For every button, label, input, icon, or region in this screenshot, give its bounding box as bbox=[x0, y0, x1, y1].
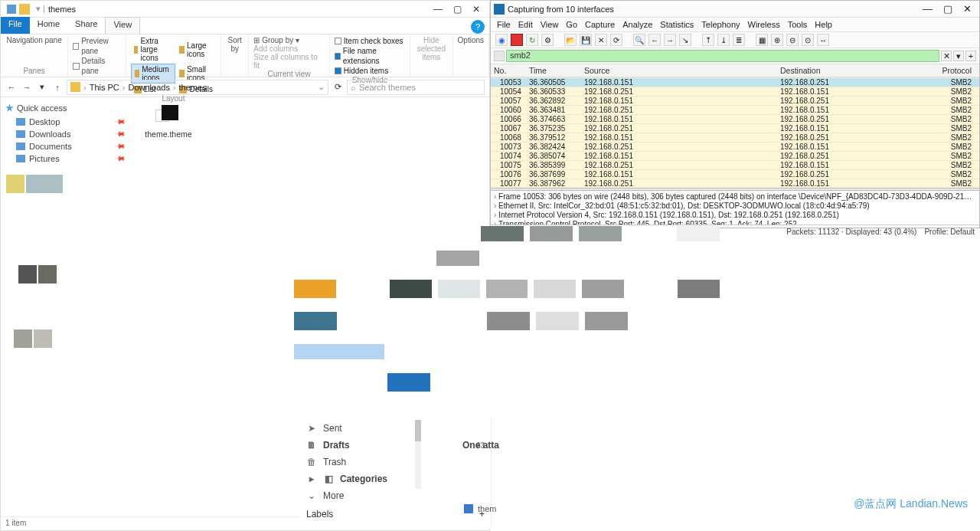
maximize-button[interactable]: ▢ bbox=[943, 3, 952, 15]
menu-analyze[interactable]: Analyze bbox=[622, 20, 652, 29]
open-icon[interactable]: 📂 bbox=[564, 34, 577, 46]
chevron-down-icon[interactable]: ⌄ bbox=[318, 82, 325, 92]
group-by-button[interactable]: ⊞ Group by ▾ bbox=[253, 36, 324, 44]
up-button[interactable]: ↑ bbox=[51, 81, 64, 93]
item-checkboxes-toggle[interactable]: Item check boxes bbox=[335, 36, 405, 46]
status-profile[interactable]: Profile: Default bbox=[924, 228, 975, 236]
col-time[interactable]: Time bbox=[529, 66, 584, 75]
packet-row[interactable]: 1006036.363481192.168.0.251192.168.0.151… bbox=[491, 105, 979, 114]
packet-row[interactable]: 1006636.374663192.168.0.151192.168.0.251… bbox=[491, 114, 979, 123]
packet-row[interactable]: 1005336.360505192.168.0.151192.168.0.251… bbox=[491, 77, 979, 87]
minimize-button[interactable]: — bbox=[433, 4, 443, 15]
packet-list-header[interactable]: No. Time Source Destination Protocol bbox=[491, 64, 979, 77]
crumb-downloads[interactable]: Downloads bbox=[128, 83, 169, 92]
zoom-reset-icon[interactable]: ⊙ bbox=[802, 34, 814, 46]
tab-home[interactable]: Home bbox=[30, 17, 67, 34]
search-input[interactable]: ⌕ Search themes bbox=[347, 80, 485, 95]
navigation-pane-button[interactable]: Navigation pane bbox=[5, 36, 63, 44]
stop-capture-icon[interactable] bbox=[511, 34, 523, 46]
next-icon[interactable]: → bbox=[664, 34, 676, 46]
detail-ethernet[interactable]: Ethernet II, Src: IntelCor_32:bd:01 (48:… bbox=[494, 202, 976, 211]
filter-bookmark-icon[interactable] bbox=[494, 51, 505, 61]
menu-statistics[interactable]: Statistics bbox=[660, 20, 694, 29]
close-button[interactable]: ✕ bbox=[472, 4, 480, 15]
hide-selected-button[interactable]: Hide selected items bbox=[415, 36, 447, 61]
last-packet-icon[interactable]: ⤓ bbox=[717, 34, 730, 46]
tab-share[interactable]: Share bbox=[67, 17, 105, 34]
zoom-out-icon[interactable]: ⊖ bbox=[786, 34, 799, 46]
packet-row[interactable]: 1007536.385399192.168.0.251192.168.0.151… bbox=[491, 160, 979, 169]
col-no[interactable]: No. bbox=[494, 66, 529, 75]
goto-icon[interactable]: ↘ bbox=[679, 34, 691, 46]
options-icon[interactable]: ⚙ bbox=[541, 34, 554, 46]
scrollbar-thumb[interactable] bbox=[415, 420, 421, 441]
packet-row[interactable]: 1007736.387962192.168.0.251192.168.0.151… bbox=[491, 179, 979, 188]
menu-file[interactable]: File bbox=[497, 20, 511, 29]
layout-large-icons[interactable]: Large icons bbox=[176, 36, 216, 63]
restart-capture-icon[interactable]: ↻ bbox=[526, 34, 538, 46]
display-filter-input[interactable]: smb2 bbox=[506, 50, 939, 62]
details-pane-button[interactable]: Details pane bbox=[73, 56, 121, 76]
recent-button[interactable]: ▾ bbox=[36, 81, 48, 93]
packet-row[interactable]: 1005736.362892192.168.0.151192.168.0.251… bbox=[491, 96, 979, 105]
help-icon[interactable]: ? bbox=[471, 20, 485, 34]
packet-row[interactable]: 1005436.360533192.168.0.251192.168.0.151… bbox=[491, 87, 979, 96]
add-filter-button[interactable]: + bbox=[965, 51, 976, 61]
apply-filter-button[interactable]: ▾ bbox=[953, 51, 964, 61]
save-icon[interactable]: 💾 bbox=[580, 34, 592, 46]
sidebar-quick-access[interactable]: Quick access bbox=[5, 103, 126, 113]
maximize-button[interactable]: ▢ bbox=[453, 4, 462, 15]
sidebar-item-documents[interactable]: Documents📌 bbox=[5, 140, 126, 152]
start-capture-icon[interactable]: ◉ bbox=[495, 34, 508, 46]
back-button[interactable]: ← bbox=[5, 81, 18, 93]
breadcrumb[interactable]: › This PC › Downloads › themes ⌄ bbox=[67, 80, 328, 95]
menu-edit[interactable]: Edit bbox=[518, 20, 533, 29]
layout-xl-icons[interactable]: Extra large icons bbox=[131, 36, 176, 63]
minimize-button[interactable]: — bbox=[923, 3, 933, 15]
clear-filter-button[interactable]: ✕ bbox=[941, 51, 952, 61]
col-destination[interactable]: Destination bbox=[780, 66, 941, 75]
packet-details[interactable]: Frame 10053: 306 bytes on wire (2448 bit… bbox=[491, 191, 979, 225]
attachment-chip[interactable]: them bbox=[464, 504, 496, 513]
first-packet-icon[interactable]: ⤒ bbox=[702, 34, 714, 46]
forward-button[interactable]: → bbox=[21, 81, 33, 93]
sidebar-item-downloads[interactable]: Downloads📌 bbox=[5, 128, 126, 140]
file-theme-theme[interactable]: theme.theme bbox=[139, 105, 198, 139]
menu-tools[interactable]: Tools bbox=[788, 20, 808, 29]
colorize-icon[interactable]: ▦ bbox=[756, 34, 768, 46]
packet-list[interactable]: 1005336.360505192.168.0.151192.168.0.251… bbox=[491, 77, 979, 188]
explorer-titlebar[interactable]: ▾ | themes — ▢ ✕ bbox=[1, 1, 489, 18]
tab-view[interactable]: View bbox=[105, 17, 140, 34]
wireshark-titlebar[interactable]: Capturing from 10 interfaces — ▢ ✕ bbox=[491, 1, 979, 18]
sidebar-item-pictures[interactable]: Pictures📌 bbox=[5, 152, 126, 165]
size-columns-button[interactable]: Size all columns to fit bbox=[253, 53, 324, 70]
add-columns-button[interactable]: Add columns bbox=[253, 44, 324, 53]
col-source[interactable]: Source bbox=[584, 66, 780, 75]
col-protocol[interactable]: Protocol bbox=[941, 66, 972, 75]
menu-telephony[interactable]: Telephony bbox=[701, 20, 740, 29]
packet-row[interactable]: 1006836.379512192.168.0.151192.168.0.251… bbox=[491, 133, 979, 142]
packet-row[interactable]: 1006736.375235192.168.0.251192.168.0.151… bbox=[491, 123, 979, 133]
hidden-items-toggle[interactable]: Hidden items bbox=[335, 66, 405, 76]
zoom-in-icon[interactable]: ⊕ bbox=[771, 34, 783, 46]
crumb-themes[interactable]: themes bbox=[179, 83, 207, 92]
find-icon[interactable]: 🔍 bbox=[633, 34, 645, 46]
autoscroll-icon[interactable]: ≣ bbox=[733, 34, 745, 46]
packet-row[interactable]: 1007436.385074192.168.0.151192.168.0.251… bbox=[491, 151, 979, 160]
detail-frame[interactable]: Frame 10053: 306 bytes on wire (2448 bit… bbox=[494, 192, 976, 202]
reload-icon[interactable]: ⟳ bbox=[610, 34, 622, 46]
preview-pane-button[interactable]: Preview pane bbox=[73, 36, 121, 56]
menu-go[interactable]: Go bbox=[566, 20, 577, 29]
refresh-button[interactable]: ⟳ bbox=[332, 82, 344, 92]
mail-scrollbar[interactable] bbox=[415, 420, 421, 489]
crumb-thispc[interactable]: This PC bbox=[90, 83, 119, 92]
packet-row[interactable]: 1007336.382424192.168.0.251192.168.0.151… bbox=[491, 142, 979, 151]
menu-help[interactable]: Help bbox=[815, 20, 832, 29]
menu-capture[interactable]: Capture bbox=[585, 20, 615, 29]
close-file-icon[interactable]: ✕ bbox=[595, 34, 607, 46]
packet-row[interactable]: 1007636.387699192.168.0.151192.168.0.251… bbox=[491, 169, 979, 179]
close-button[interactable]: ✕ bbox=[963, 3, 972, 15]
detail-ip[interactable]: Internet Protocol Version 4, Src: 192.16… bbox=[494, 211, 976, 220]
options-button[interactable]: Options bbox=[458, 36, 484, 44]
prev-icon[interactable]: ← bbox=[648, 34, 661, 46]
